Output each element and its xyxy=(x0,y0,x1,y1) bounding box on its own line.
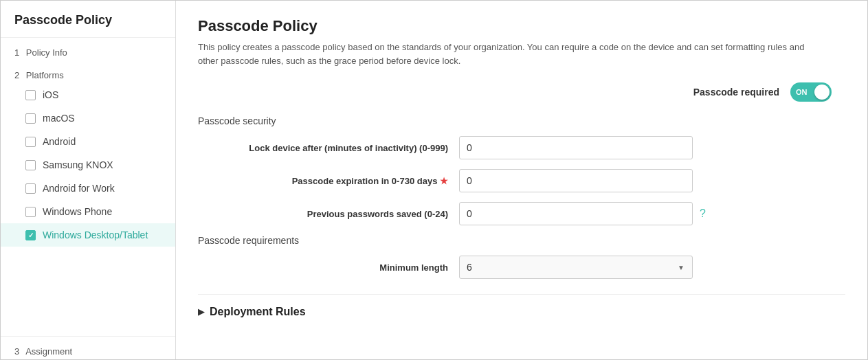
minimum-length-row: Minimum length 4 5 6 7 8 9 10 12 14 xyxy=(198,256,845,279)
sidebar-item-samsung-knox[interactable]: Samsung KNOX xyxy=(1,153,175,177)
toggle-label: Passcode required xyxy=(693,87,779,98)
passcode-security-label: Passcode security xyxy=(198,115,845,126)
checkbox-windows-phone[interactable] xyxy=(25,207,36,217)
sidebar-section-policy-info[interactable]: 1 Policy Info xyxy=(1,38,175,60)
previous-passwords-row: Previous passwords saved (0-24) ? xyxy=(198,202,845,225)
passcode-expiration-row: Passcode expiration in 0-730 days ★ xyxy=(198,169,845,192)
toggle-track: ON xyxy=(790,82,832,102)
checkbox-windows-desktop[interactable] xyxy=(25,230,36,240)
main-content: Passcode Policy This policy creates a pa… xyxy=(176,1,867,359)
platform-label-android: Android xyxy=(43,136,76,147)
sidebar-section-assignment[interactable]: 3 Assignment xyxy=(1,336,175,359)
previous-passwords-input[interactable] xyxy=(459,202,693,225)
section-label-assignment: Assignment xyxy=(25,346,72,357)
deployment-rules-label: Deployment Rules xyxy=(210,306,306,318)
section-label-policy-info: Policy Info xyxy=(26,47,67,58)
passcode-requirements-label: Passcode requirements xyxy=(198,235,845,246)
toggle-knob xyxy=(814,85,830,100)
lock-device-label: Lock device after (minutes of inactivity… xyxy=(198,143,459,153)
section-number-2: 2 xyxy=(14,70,19,80)
page-description: This policy creates a passcode policy ba… xyxy=(198,41,816,67)
minimum-length-select-wrapper: 4 5 6 7 8 9 10 12 14 xyxy=(459,256,693,279)
sidebar: Passcode Policy 1 Policy Info 2 Platform… xyxy=(1,1,176,359)
checkbox-macos[interactable] xyxy=(25,113,36,124)
lock-device-row: Lock device after (minutes of inactivity… xyxy=(198,136,845,159)
passcode-required-row: Passcode required ON xyxy=(198,82,845,102)
checkbox-android-for-work[interactable] xyxy=(25,183,36,194)
sidebar-item-android-for-work[interactable]: Android for Work xyxy=(1,177,175,200)
section-number-1: 1 xyxy=(14,47,19,58)
section-label-platforms: Platforms xyxy=(26,70,64,80)
passcode-expiration-label: Passcode expiration in 0-730 days ★ xyxy=(198,176,459,186)
minimum-length-select[interactable]: 4 5 6 7 8 9 10 12 14 xyxy=(459,256,693,279)
sidebar-item-windows-desktop[interactable]: Windows Desktop/Tablet xyxy=(1,223,175,247)
app-container: Passcode Policy 1 Policy Info 2 Platform… xyxy=(0,0,868,360)
sidebar-title: Passcode Policy xyxy=(1,1,175,38)
platform-label-samsung-knox: Samsung KNOX xyxy=(43,159,113,170)
help-icon[interactable]: ? xyxy=(700,207,706,220)
checkbox-android[interactable] xyxy=(25,137,36,147)
sidebar-item-ios[interactable]: iOS xyxy=(1,83,175,106)
section-number-3: 3 xyxy=(14,346,19,357)
sidebar-section-platforms[interactable]: 2 Platforms xyxy=(1,60,175,83)
platform-label-android-for-work: Android for Work xyxy=(43,183,115,194)
deployment-arrow-icon: ▶ xyxy=(198,307,204,317)
passcode-toggle[interactable]: ON xyxy=(790,82,832,102)
required-star: ★ xyxy=(440,176,448,186)
sidebar-item-android[interactable]: Android xyxy=(1,130,175,153)
page-title: Passcode Policy xyxy=(198,17,845,35)
passcode-expiration-input[interactable] xyxy=(459,169,693,192)
lock-device-input[interactable] xyxy=(459,136,693,159)
toggle-on-text: ON xyxy=(796,88,808,96)
deployment-rules-section: ▶ Deployment Rules xyxy=(198,294,845,318)
deployment-rules-header[interactable]: ▶ Deployment Rules xyxy=(198,306,845,318)
previous-passwords-label: Previous passwords saved (0-24) xyxy=(198,209,459,219)
checkbox-samsung-knox[interactable] xyxy=(25,160,36,170)
platform-label-ios: iOS xyxy=(43,89,58,100)
checkbox-ios[interactable] xyxy=(25,90,36,100)
minimum-length-label: Minimum length xyxy=(198,262,459,273)
platform-label-macos: macOS xyxy=(43,113,75,124)
sidebar-item-windows-phone[interactable]: Windows Phone xyxy=(1,200,175,223)
platform-label-windows-phone: Windows Phone xyxy=(43,206,112,217)
platform-label-windows-desktop: Windows Desktop/Tablet xyxy=(43,229,148,240)
sidebar-item-macos[interactable]: macOS xyxy=(1,106,175,130)
